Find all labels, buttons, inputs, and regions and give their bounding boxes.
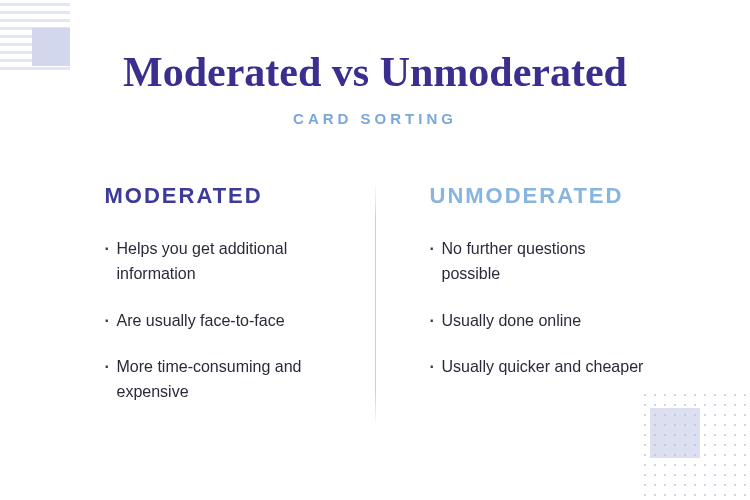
unmoderated-column: UNMODERATED No further questions possibl…: [376, 183, 666, 427]
content-container: Moderated vs Unmoderated CARD SORTING MO…: [0, 0, 750, 467]
list-item: Helps you get additional information: [105, 237, 345, 287]
page-title: Moderated vs Unmoderated: [70, 48, 680, 96]
list-item: Are usually face-to-face: [105, 309, 345, 334]
list-item: No further questions possible: [430, 237, 646, 287]
unmoderated-list: No further questions possible Usually do…: [430, 237, 646, 380]
list-item: Usually done online: [430, 309, 646, 334]
moderated-column: MODERATED Helps you get additional infor…: [85, 183, 375, 427]
list-item: More time-consuming and expensive: [105, 355, 345, 405]
comparison-columns: MODERATED Helps you get additional infor…: [70, 183, 680, 427]
moderated-list: Helps you get additional information Are…: [105, 237, 345, 405]
moderated-heading: MODERATED: [105, 183, 345, 209]
unmoderated-heading: UNMODERATED: [430, 183, 646, 209]
page-subtitle: CARD SORTING: [70, 110, 680, 127]
list-item: Usually quicker and cheaper: [430, 355, 646, 380]
